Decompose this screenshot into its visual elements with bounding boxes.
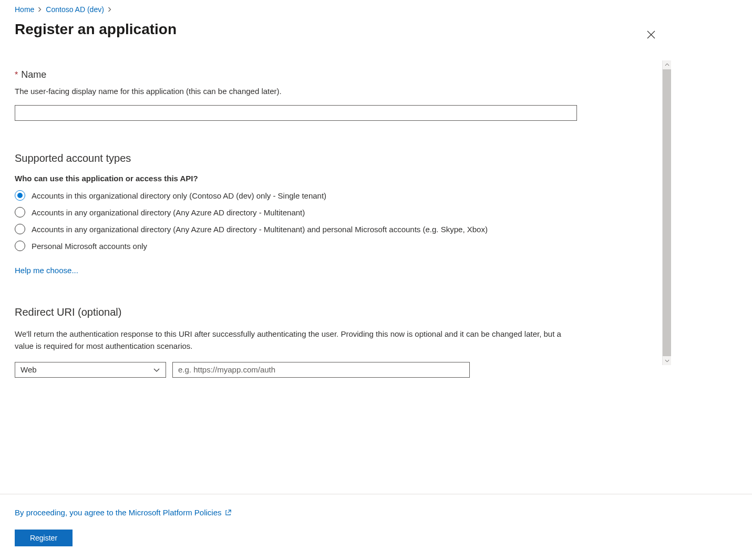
chevron-down-icon xyxy=(153,366,160,374)
vertical-scrollbar[interactable] xyxy=(662,60,671,365)
name-label: Name xyxy=(21,69,46,80)
radio-multitenant-personal[interactable]: Accounts in any organizational directory… xyxy=(15,224,655,234)
close-icon xyxy=(646,30,656,39)
redirect-uri-heading: Redirect URI (optional) xyxy=(15,306,655,318)
name-label-row: * Name xyxy=(15,69,655,80)
chevron-right-icon xyxy=(37,7,43,12)
radio-personal-only[interactable]: Personal Microsoft accounts only xyxy=(15,241,655,251)
external-link-icon xyxy=(225,509,232,516)
redirect-uri-hint: We'll return the authentication response… xyxy=(15,328,572,352)
account-types-question: Who can use this application or access t… xyxy=(15,174,655,183)
radio-label: Personal Microsoft accounts only xyxy=(32,242,147,251)
radio-multitenant[interactable]: Accounts in any organizational directory… xyxy=(15,207,655,217)
footer: By proceeding, you agree to the Microsof… xyxy=(0,494,752,559)
close-button[interactable] xyxy=(643,26,660,43)
required-indicator: * xyxy=(15,70,18,80)
scroll-down-arrow[interactable] xyxy=(663,356,672,365)
redirect-uri-input[interactable] xyxy=(172,362,470,378)
platform-selected-value: Web xyxy=(20,365,37,374)
radio-icon xyxy=(15,224,25,234)
register-button[interactable]: Register xyxy=(15,530,73,546)
chevron-right-icon xyxy=(107,7,112,12)
radio-icon xyxy=(15,207,25,217)
radio-label: Accounts in any organizational directory… xyxy=(32,225,488,234)
platform-policies-link[interactable]: By proceeding, you agree to the Microsof… xyxy=(15,508,232,517)
platform-dropdown[interactable]: Web xyxy=(15,362,166,378)
radio-single-tenant[interactable]: Accounts in this organizational director… xyxy=(15,190,655,201)
radio-label: Accounts in any organizational directory… xyxy=(32,208,305,217)
breadcrumb-tenant[interactable]: Contoso AD (dev) xyxy=(46,5,104,14)
breadcrumb: Home Contoso AD (dev) xyxy=(15,0,671,14)
account-types-radio-group: Accounts in this organizational director… xyxy=(15,190,655,251)
radio-icon xyxy=(15,190,25,201)
name-hint: The user-facing display name for this ap… xyxy=(15,87,655,96)
scrollbar-thumb[interactable] xyxy=(663,69,671,356)
help-me-choose-link[interactable]: Help me choose... xyxy=(15,266,78,275)
scroll-up-arrow[interactable] xyxy=(663,60,672,69)
breadcrumb-home[interactable]: Home xyxy=(15,5,34,14)
radio-label: Accounts in this organizational director… xyxy=(32,191,326,200)
page-title: Register an application xyxy=(15,21,671,38)
policies-link-text: By proceeding, you agree to the Microsof… xyxy=(15,508,222,517)
name-input[interactable] xyxy=(15,105,577,121)
account-types-heading: Supported account types xyxy=(15,152,655,164)
radio-icon xyxy=(15,241,25,251)
